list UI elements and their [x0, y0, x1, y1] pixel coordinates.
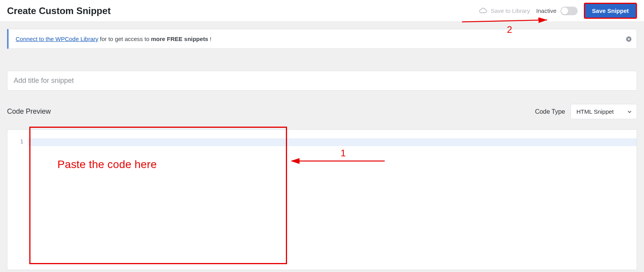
code-type-value: HTML Snippet: [576, 108, 614, 115]
editor-code-area[interactable]: [28, 130, 637, 270]
status-toggle-area: Inactive: [536, 7, 578, 15]
code-editor[interactable]: 1: [7, 129, 637, 270]
chevron-down-icon: [627, 109, 632, 114]
cloud-icon: [479, 8, 487, 14]
code-type-label: Code Type: [535, 108, 565, 115]
header-actions: Save to Library Inactive Save Snippet: [479, 3, 637, 19]
save-to-library-label: Save to Library: [491, 7, 530, 14]
status-label: Inactive: [536, 7, 557, 14]
library-notice-text-1: for to get access to: [100, 36, 150, 42]
snippet-title-input[interactable]: [7, 71, 637, 91]
title-area: [7, 71, 637, 91]
page-header: Create Custom Snippet Save to Library In…: [0, 0, 644, 22]
content-area: Connect to the WPCode Library for to get…: [0, 22, 644, 270]
code-preview-header: Code Preview Code Type HTML Snippet: [7, 104, 637, 119]
save-to-library-action: Save to Library: [479, 7, 530, 14]
editor-active-line-highlight: [28, 138, 637, 146]
library-notice-text-2: !: [210, 36, 211, 42]
code-preview-label: Code Preview: [7, 107, 51, 116]
code-type-select[interactable]: HTML Snippet: [571, 104, 637, 119]
save-snippet-button[interactable]: Save Snippet: [584, 3, 637, 19]
close-icon[interactable]: [625, 35, 633, 43]
library-notice: Connect to the WPCode Library for to get…: [7, 29, 637, 49]
status-toggle[interactable]: [560, 7, 578, 15]
library-notice-link[interactable]: Connect to the WPCode Library: [16, 36, 98, 42]
library-notice-bold: more FREE snippets: [151, 36, 209, 42]
page-title: Create Custom Snippet: [7, 5, 111, 16]
editor-gutter: 1: [7, 130, 28, 270]
editor-line-number: 1: [7, 138, 27, 145]
status-toggle-knob: [561, 7, 568, 14]
code-type-area: Code Type HTML Snippet: [535, 104, 637, 119]
